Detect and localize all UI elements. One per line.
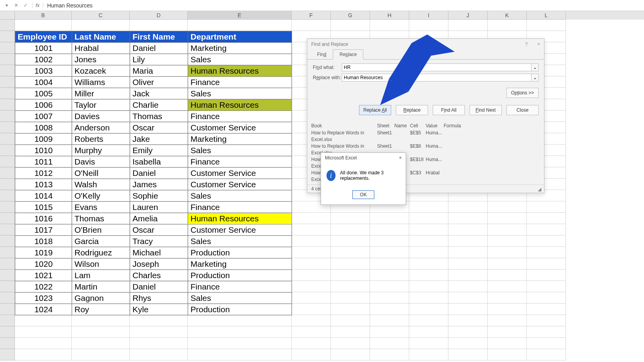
cell[interactable] <box>409 270 448 281</box>
row-header[interactable] <box>0 145 15 156</box>
table-cell[interactable]: Murphy <box>72 145 130 156</box>
results-header-formula[interactable]: Formula <box>444 123 467 129</box>
cell[interactable] <box>370 304 409 315</box>
table-cell[interactable]: Finance <box>188 156 292 168</box>
cell[interactable] <box>15 315 72 326</box>
cell[interactable] <box>331 326 370 338</box>
table-row[interactable]: 1015EvansLaurenFinance <box>15 202 292 213</box>
cell[interactable] <box>409 201 448 213</box>
cell[interactable] <box>448 20 488 31</box>
table-cell[interactable]: Joseph <box>130 259 188 270</box>
table-cell[interactable]: Production <box>188 304 292 315</box>
cell[interactable] <box>409 304 448 315</box>
row-header[interactable] <box>0 65 15 76</box>
cell[interactable] <box>292 326 331 338</box>
cell[interactable] <box>409 281 448 292</box>
cell[interactable] <box>409 292 448 304</box>
table-cell[interactable]: 1014 <box>15 190 72 202</box>
cell[interactable] <box>448 201 488 213</box>
table-cell[interactable]: O'Brien <box>72 224 130 236</box>
cell[interactable] <box>409 258 448 270</box>
cell[interactable] <box>130 315 188 326</box>
cell[interactable] <box>488 338 527 349</box>
table-cell[interactable]: 1008 <box>15 122 72 134</box>
table-cell[interactable]: Sales <box>188 236 292 247</box>
row-header[interactable] <box>0 292 15 304</box>
table-cell[interactable]: Human Resources <box>188 100 292 111</box>
cell[interactable] <box>448 292 488 304</box>
row-header[interactable] <box>0 88 15 99</box>
table-cell[interactable]: Customer Service <box>188 168 292 179</box>
table-row[interactable]: 1013WalshJamesCustomer Service <box>15 179 292 190</box>
replace-all-button[interactable]: Replace All <box>359 105 391 115</box>
table-cell[interactable]: Customer Service <box>188 179 292 190</box>
cell[interactable] <box>370 213 409 224</box>
cell[interactable] <box>331 224 370 235</box>
table-cell[interactable]: Michael <box>130 247 188 259</box>
column-header-J[interactable]: J <box>448 11 488 20</box>
cell[interactable] <box>448 315 488 326</box>
table-row[interactable]: 1005MillerJackSales <box>15 88 292 100</box>
cell[interactable] <box>292 292 331 304</box>
cell[interactable] <box>370 281 409 292</box>
cell[interactable] <box>527 292 566 304</box>
table-cell[interactable]: Daniel <box>130 168 188 179</box>
table-cell[interactable]: Miller <box>72 88 130 100</box>
row-header[interactable] <box>0 258 15 270</box>
table-row[interactable]: 1024RoyKyleProduction <box>15 304 292 315</box>
table-cell[interactable]: 1020 <box>15 259 72 270</box>
table-cell[interactable]: Finance <box>188 202 292 213</box>
cell[interactable] <box>331 349 370 360</box>
tab-find[interactable]: Find <box>310 49 333 60</box>
table-cell[interactable]: Kozacek <box>72 65 130 77</box>
row-header[interactable] <box>0 201 15 213</box>
table-cell[interactable]: 1019 <box>15 247 72 259</box>
msgbox-close-icon[interactable]: × <box>399 155 402 161</box>
table-cell[interactable]: 1018 <box>15 236 72 247</box>
table-cell[interactable]: Production <box>188 247 292 259</box>
cell[interactable] <box>527 338 566 349</box>
table-cell[interactable]: 1006 <box>15 100 72 111</box>
cell[interactable] <box>527 281 566 292</box>
table-row[interactable]: 1014O'KellySophieSales <box>15 190 292 202</box>
tab-replace[interactable]: Replace <box>333 49 363 60</box>
row-header[interactable] <box>0 110 15 122</box>
table-cell[interactable]: 1012 <box>15 168 72 179</box>
table-cell[interactable]: 1009 <box>15 134 72 145</box>
cell[interactable] <box>488 304 527 315</box>
table-cell[interactable]: Thomas <box>130 111 188 122</box>
table-cell[interactable]: Maria <box>130 65 188 77</box>
cell[interactable] <box>370 247 409 258</box>
cell[interactable] <box>370 292 409 304</box>
cell[interactable] <box>72 349 130 360</box>
cell[interactable] <box>130 20 188 31</box>
column-header-H[interactable]: H <box>370 11 409 20</box>
table-cell[interactable]: 1022 <box>15 281 72 293</box>
cell[interactable] <box>448 326 488 338</box>
table-cell[interactable]: Martin <box>72 281 130 293</box>
table-cell[interactable]: Lauren <box>130 202 188 213</box>
cell[interactable] <box>130 349 188 360</box>
cell[interactable] <box>331 338 370 349</box>
cell[interactable] <box>72 315 130 326</box>
cell[interactable] <box>448 270 488 281</box>
row-header[interactable] <box>0 304 15 315</box>
cell[interactable] <box>331 235 370 247</box>
table-row[interactable]: 1020WilsonJosephMarketing <box>15 259 292 270</box>
table-cell[interactable]: Production <box>188 270 292 281</box>
table-cell[interactable]: Kyle <box>130 304 188 315</box>
cell[interactable] <box>370 224 409 235</box>
ok-button[interactable]: OK <box>352 190 374 199</box>
cell[interactable] <box>331 247 370 258</box>
cell[interactable] <box>370 326 409 338</box>
row-header[interactable] <box>0 99 15 110</box>
cell[interactable] <box>409 224 448 235</box>
cell[interactable] <box>527 349 566 360</box>
cell[interactable] <box>15 349 72 360</box>
cell[interactable] <box>488 270 527 281</box>
table-cell[interactable]: 1010 <box>15 145 72 156</box>
table-row[interactable]: 1007DaviesThomasFinance <box>15 111 292 122</box>
find-what-input[interactable] <box>342 63 532 71</box>
row-header[interactable] <box>0 31 15 42</box>
close-button[interactable]: Close <box>506 105 539 115</box>
